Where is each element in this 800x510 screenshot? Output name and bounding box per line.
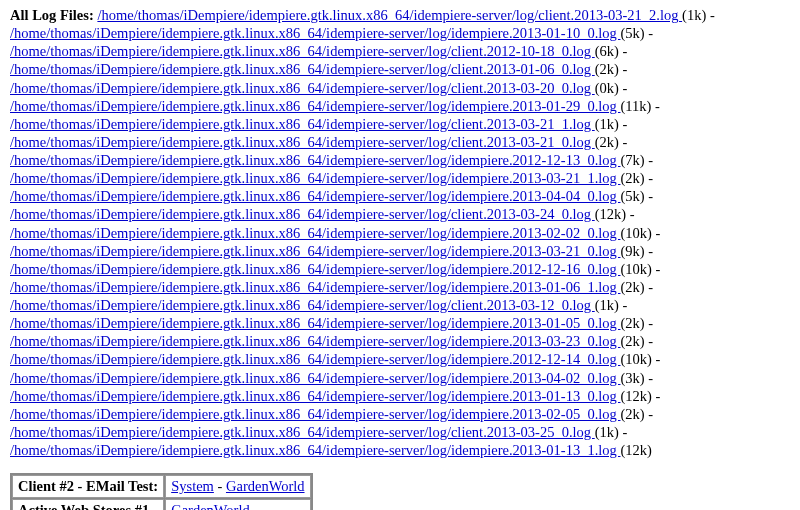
log-file-size: (10k) [620,261,651,277]
log-file-link[interactable]: /home/thomas/iDempiere/idempiere.gtk.lin… [10,315,620,331]
email-test-cell: System - GardenWorld [165,475,310,498]
log-file-size: (5k) [620,188,644,204]
log-file-size: (10k) [620,351,651,367]
web-stores-cell: GardenWorld [165,499,310,510]
log-file-link[interactable]: /home/thomas/iDempiere/idempiere.gtk.lin… [10,442,620,458]
gardenworld-link[interactable]: GardenWorld [226,478,305,494]
log-file-size: (2k) [620,279,644,295]
list-separator: - [645,188,653,204]
log-file-link[interactable]: /home/thomas/iDempiere/idempiere.gtk.lin… [10,388,620,404]
log-file-size: (1k) [595,116,619,132]
log-file-size: (3k) [620,370,644,386]
list-separator: - [645,243,653,259]
link-separator: - [214,478,226,494]
log-file-size: (2k) [620,406,644,422]
info-table: Client #2 - EMail Test: System - GardenW… [10,473,313,510]
list-separator: - [652,261,660,277]
log-file-link[interactable]: /home/thomas/iDempiere/idempiere.gtk.lin… [10,61,595,77]
log-file-link[interactable]: /home/thomas/iDempiere/idempiere.gtk.lin… [10,43,595,59]
log-file-link[interactable]: /home/thomas/iDempiere/idempiere.gtk.lin… [10,370,620,386]
list-separator: - [619,134,627,150]
list-separator: - [645,279,653,295]
log-file-link[interactable]: /home/thomas/iDempiere/idempiere.gtk.lin… [97,7,682,23]
list-separator: - [619,80,627,96]
log-file-link[interactable]: /home/thomas/iDempiere/idempiere.gtk.lin… [10,25,620,41]
list-separator: - [645,25,653,41]
list-separator: - [626,206,634,222]
log-file-size: (2k) [620,315,644,331]
log-file-size: (9k) [620,243,644,259]
log-file-link[interactable]: /home/thomas/iDempiere/idempiere.gtk.lin… [10,116,595,132]
log-file-size: (11k) [620,98,651,114]
gardenworld-store-link[interactable]: GardenWorld [171,502,250,510]
log-file-list: All Log Files: /home/thomas/iDempiere/id… [10,6,790,459]
log-file-link[interactable]: /home/thomas/iDempiere/idempiere.gtk.lin… [10,351,620,367]
log-file-link[interactable]: /home/thomas/iDempiere/idempiere.gtk.lin… [10,424,595,440]
log-file-link[interactable]: /home/thomas/iDempiere/idempiere.gtk.lin… [10,279,620,295]
log-file-size: (5k) [620,25,644,41]
log-file-size: (2k) [595,61,619,77]
list-separator: - [645,152,653,168]
list-separator: - [706,7,714,23]
list-separator: - [645,370,653,386]
log-file-link[interactable]: /home/thomas/iDempiere/idempiere.gtk.lin… [10,152,620,168]
list-separator: - [652,351,660,367]
log-file-link[interactable]: /home/thomas/iDempiere/idempiere.gtk.lin… [10,170,620,186]
log-file-link[interactable]: /home/thomas/iDempiere/idempiere.gtk.lin… [10,225,620,241]
log-file-size: (1k) [595,424,619,440]
email-test-label: Client #2 - EMail Test: [12,475,164,498]
list-separator: - [619,43,627,59]
log-file-link[interactable]: /home/thomas/iDempiere/idempiere.gtk.lin… [10,98,620,114]
log-file-link[interactable]: /home/thomas/iDempiere/idempiere.gtk.lin… [10,134,595,150]
web-stores-label: Active Web Stores #1 [12,499,164,510]
log-file-size: (2k) [595,134,619,150]
list-separator: - [619,116,627,132]
list-separator: - [651,98,659,114]
log-file-link[interactable]: /home/thomas/iDempiere/idempiere.gtk.lin… [10,297,595,313]
page-root: All Log Files: /home/thomas/iDempiere/id… [0,0,800,510]
log-file-link[interactable]: /home/thomas/iDempiere/idempiere.gtk.lin… [10,80,595,96]
log-file-link[interactable]: /home/thomas/iDempiere/idempiere.gtk.lin… [10,406,620,422]
log-file-link[interactable]: /home/thomas/iDempiere/idempiere.gtk.lin… [10,206,595,222]
log-file-size: (0k) [595,80,619,96]
log-file-link[interactable]: /home/thomas/iDempiere/idempiere.gtk.lin… [10,333,620,349]
list-separator: - [645,170,653,186]
log-file-size: (6k) [595,43,619,59]
log-file-size: (1k) [682,7,706,23]
table-row: Active Web Stores #1 GardenWorld [12,499,311,510]
system-link[interactable]: System [171,478,214,494]
list-separator: - [652,388,660,404]
list-separator: - [619,61,627,77]
table-row: Client #2 - EMail Test: System - GardenW… [12,475,311,498]
log-file-size: (12k) [595,206,626,222]
list-separator: - [652,225,660,241]
list-separator: - [645,333,653,349]
log-file-link[interactable]: /home/thomas/iDempiere/idempiere.gtk.lin… [10,188,620,204]
log-file-size: (7k) [620,152,644,168]
log-files-label: All Log Files: [10,7,97,23]
log-file-size: (12k) [620,388,651,404]
list-separator: - [645,315,653,331]
log-file-size: (1k) [595,297,619,313]
log-file-link[interactable]: /home/thomas/iDempiere/idempiere.gtk.lin… [10,243,620,259]
log-file-size: (2k) [620,333,644,349]
log-file-size: (10k) [620,225,651,241]
list-separator: - [645,406,653,422]
log-file-link[interactable]: /home/thomas/iDempiere/idempiere.gtk.lin… [10,261,620,277]
log-file-size: (2k) [620,170,644,186]
list-separator: - [619,297,627,313]
log-file-size: (12k) [620,442,651,458]
list-separator: - [619,424,627,440]
